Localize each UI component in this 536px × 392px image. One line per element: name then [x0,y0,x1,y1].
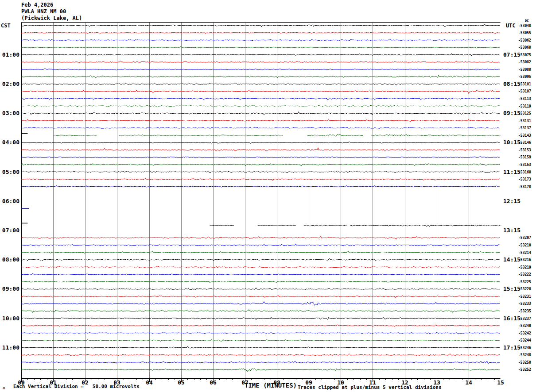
dc-offset-value: -53233 [518,302,536,306]
dc-offset-value: -53216 [518,258,536,262]
dc-offset-value: -53214 [518,251,536,255]
dc-offset-value: -53095 [518,75,536,79]
dc-offset-value: -53088 [518,68,536,72]
dc-offset-value: -53137 [518,126,536,130]
trace-0315-red [21,119,500,122]
trace-1145-green [21,369,500,372]
cst-hour-label: 10:00 [0,315,19,322]
dc-offset-value: -53248 [518,353,536,357]
cst-hour-label: 08:00 [0,257,19,263]
trace-0045-green [21,46,500,48]
dc-offset-value: -53113 [518,97,536,101]
dc-offset-value: -53173 [518,177,536,181]
trace-0115-red [21,61,500,63]
cst-hour-label: 02:00 [0,81,19,87]
corner-mark: ʍ [3,386,5,390]
dc-offset-value: -53237 [518,317,536,321]
trace-0030-blue [21,39,500,41]
dc-offset-value: -53125 [518,111,536,115]
right-timezone-label: UTC [506,23,516,29]
clip-note: Traces clipped at plus/minus 5 vertical … [298,384,442,390]
trace-0745-green [21,251,500,254]
trace-0430-blue [21,157,500,158]
utc-hour-label: 13:15 [503,227,525,234]
dc-offset-value: -53159 [518,155,536,159]
trace-0200-black [21,83,500,85]
trace-0400-black [21,142,500,144]
trace-0700-black [350,225,420,227]
dc-offset-value: -53244 [518,338,536,342]
trace-0300-black [21,112,500,115]
x-axis-title: TIME (MINUTES) [245,382,297,389]
dc-offset-value: -53178 [518,185,536,189]
trace-0700-black [258,225,296,226]
trace-0130-blue [21,69,500,70]
trace-0215-red [21,90,500,93]
dc-offset-value: -53119 [518,104,536,108]
x-tick-label: 06 [206,379,220,386]
dc-offset-value: -53055 [518,31,536,35]
dc-caption: DC [525,19,528,23]
trace-0145-green [21,75,500,78]
cst-hour-label: 03:00 [0,110,19,116]
trace-0700-black [422,225,500,227]
trace-0930-blue [21,302,500,306]
trace-0830-blue [21,273,500,275]
cst-hour-label: 04:00 [0,139,19,146]
dc-offset-value: -53242 [518,331,536,335]
dc-offset-value: -53210 [518,243,536,247]
cst-hour-label: 07:00 [0,227,19,234]
trace-0230-blue [21,98,500,100]
dc-offset-value: -53246 [518,346,536,350]
cst-hour-label: 09:00 [0,286,19,292]
scale-note: Each Vertical Division = 50.00 microvolt… [13,384,140,389]
x-tick-label: 15 [494,379,507,386]
cst-hour-label: 01:00 [0,52,19,58]
trace-1045-green [21,339,500,342]
x-tick-label: 05 [175,379,188,386]
dc-offset-value: -53048 [518,24,536,28]
dc-offset-value: -53250 [518,361,536,365]
trace-1030-blue [21,332,500,334]
trace-0345-green [119,135,283,136]
trace-1015-red [21,325,500,327]
x-tick-label: 14 [462,379,475,386]
trace-0900-black [21,288,500,290]
cst-hour-label: 06:00 [0,198,19,204]
dc-offset-value: -53068 [518,46,536,50]
station-location: (Pickwick Lake, AL) [21,15,82,21]
dc-offset-value: -53240 [518,324,536,328]
trace-1115-red [21,354,500,355]
left-timezone-label: CST [1,23,11,29]
dc-offset-value: -53143 [518,134,536,138]
cst-hour-label: 11:00 [0,345,19,351]
dc-offset-value: -53062 [518,38,536,42]
station-code: PWLA HNZ NM 00 [21,8,66,15]
dc-offset-value: -53231 [518,295,536,299]
dc-offset-value: -53252 [518,368,536,372]
dc-offset-value: -53222 [518,273,536,277]
trace-0000-black [21,24,500,27]
dc-offset-value: -53219 [518,265,536,269]
trace-0715-red [21,236,500,239]
dc-offset-value: -53107 [518,89,536,93]
dc-offset-value: -53101 [518,82,536,86]
dc-offset-value: -53146 [518,141,536,145]
trace-0500-black [21,171,500,173]
trace-0015-red [21,32,500,34]
trace-0415-red [21,148,500,151]
helicorder-page: Feb 4,2026 PWLA HNZ NM 00 (Pickwick Lake… [0,0,536,392]
dc-offset-value: -53168 [518,170,536,174]
trace-0700-black [304,225,346,226]
trace-1000-black [21,317,500,320]
trace-0245-green [21,105,500,107]
trace-0345-green [53,135,97,136]
dc-offset-value: -53082 [518,60,536,64]
trace-0815-red [21,266,500,268]
trace-0945-green [21,310,500,313]
cst-hour-label: 05:00 [0,169,19,175]
trace-0915-red [21,296,500,298]
trace-1130-blue [21,361,500,364]
x-tick-label: 04 [143,379,156,386]
dc-offset-value: -53075 [518,53,536,57]
